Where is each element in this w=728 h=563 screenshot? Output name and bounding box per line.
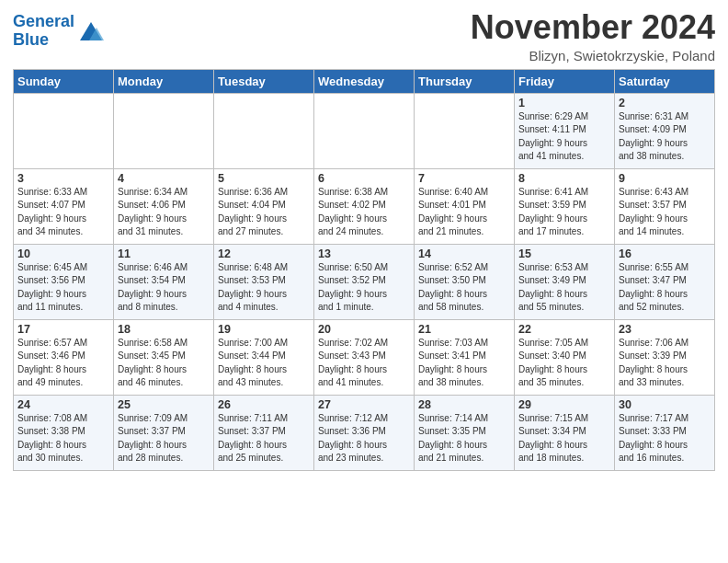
day-number: 14 — [418, 247, 510, 260]
day-number: 24 — [17, 398, 109, 411]
col-header-wednesday: Wednesday — [314, 69, 415, 93]
day-cell: 20Sunrise: 7:02 AM Sunset: 3:43 PM Dayli… — [314, 319, 415, 395]
day-info: Sunrise: 7:05 AM Sunset: 3:40 PM Dayligh… — [518, 337, 610, 390]
day-info: Sunrise: 6:33 AM Sunset: 4:07 PM Dayligh… — [17, 186, 109, 239]
day-cell — [314, 93, 415, 168]
day-number: 10 — [17, 247, 109, 260]
day-cell: 21Sunrise: 7:03 AM Sunset: 3:41 PM Dayli… — [415, 319, 515, 395]
day-number: 21 — [418, 323, 510, 336]
col-header-monday: Monday — [114, 69, 214, 93]
day-info: Sunrise: 6:41 AM Sunset: 3:59 PM Dayligh… — [518, 186, 610, 239]
day-number: 8 — [518, 172, 610, 185]
day-cell: 25Sunrise: 7:09 AM Sunset: 3:37 PM Dayli… — [114, 395, 214, 470]
day-info: Sunrise: 6:34 AM Sunset: 4:06 PM Dayligh… — [118, 186, 210, 239]
day-number: 30 — [619, 398, 711, 411]
day-cell — [14, 93, 114, 168]
page: General Blue November 2024 Blizyn, Swiet… — [0, 0, 728, 480]
day-number: 12 — [218, 247, 310, 260]
day-info: Sunrise: 7:08 AM Sunset: 3:38 PM Dayligh… — [17, 412, 109, 465]
day-number: 18 — [118, 323, 210, 336]
day-info: Sunrise: 6:31 AM Sunset: 4:09 PM Dayligh… — [619, 110, 711, 164]
col-header-friday: Friday — [515, 69, 615, 93]
col-header-thursday: Thursday — [415, 69, 515, 93]
day-cell: 30Sunrise: 7:17 AM Sunset: 3:33 PM Dayli… — [615, 395, 715, 470]
day-number: 3 — [17, 172, 109, 185]
day-number: 7 — [418, 172, 510, 185]
week-row-3: 10Sunrise: 6:45 AM Sunset: 3:56 PM Dayli… — [14, 244, 715, 319]
day-number: 29 — [518, 398, 610, 411]
day-number: 17 — [17, 323, 109, 336]
day-number: 27 — [318, 398, 410, 411]
day-number: 19 — [218, 323, 310, 336]
day-cell: 22Sunrise: 7:05 AM Sunset: 3:40 PM Dayli… — [515, 319, 615, 395]
day-cell: 26Sunrise: 7:11 AM Sunset: 3:37 PM Dayli… — [214, 395, 314, 470]
day-cell: 10Sunrise: 6:45 AM Sunset: 3:56 PM Dayli… — [14, 244, 114, 319]
day-cell: 7Sunrise: 6:40 AM Sunset: 4:01 PM Daylig… — [415, 168, 515, 244]
day-cell: 27Sunrise: 7:12 AM Sunset: 3:36 PM Dayli… — [314, 395, 415, 470]
day-info: Sunrise: 6:45 AM Sunset: 3:56 PM Dayligh… — [17, 261, 109, 315]
day-info: Sunrise: 7:17 AM Sunset: 3:33 PM Dayligh… — [619, 412, 711, 465]
day-cell: 15Sunrise: 6:53 AM Sunset: 3:49 PM Dayli… — [515, 244, 615, 319]
day-cell: 5Sunrise: 6:36 AM Sunset: 4:04 PM Daylig… — [214, 168, 314, 244]
day-cell: 28Sunrise: 7:14 AM Sunset: 3:35 PM Dayli… — [415, 395, 515, 470]
day-number: 26 — [218, 398, 310, 411]
day-info: Sunrise: 6:29 AM Sunset: 4:11 PM Dayligh… — [518, 110, 610, 164]
day-info: Sunrise: 6:52 AM Sunset: 3:50 PM Dayligh… — [418, 261, 510, 315]
col-header-tuesday: Tuesday — [214, 69, 314, 93]
logo: General Blue — [13, 13, 106, 50]
day-info: Sunrise: 7:11 AM Sunset: 3:37 PM Dayligh… — [218, 412, 310, 465]
location: Blizyn, Swietokrzyskie, Poland — [471, 48, 715, 63]
day-info: Sunrise: 7:00 AM Sunset: 3:44 PM Dayligh… — [218, 337, 310, 390]
day-number: 5 — [218, 172, 310, 185]
day-number: 2 — [619, 97, 711, 109]
day-info: Sunrise: 7:06 AM Sunset: 3:39 PM Dayligh… — [619, 337, 711, 390]
day-number: 6 — [318, 172, 410, 185]
day-number: 13 — [318, 247, 410, 260]
day-info: Sunrise: 6:53 AM Sunset: 3:49 PM Dayligh… — [518, 261, 610, 315]
title-block: November 2024 Blizyn, Swietokrzyskie, Po… — [471, 9, 715, 63]
day-info: Sunrise: 6:57 AM Sunset: 3:46 PM Dayligh… — [17, 337, 109, 390]
header: General Blue November 2024 Blizyn, Swiet… — [13, 9, 715, 63]
day-number: 25 — [118, 398, 210, 411]
day-info: Sunrise: 6:36 AM Sunset: 4:04 PM Dayligh… — [218, 186, 310, 239]
day-cell: 23Sunrise: 7:06 AM Sunset: 3:39 PM Dayli… — [615, 319, 715, 395]
day-number: 23 — [619, 323, 711, 336]
day-info: Sunrise: 7:09 AM Sunset: 3:37 PM Dayligh… — [118, 412, 210, 465]
day-cell — [214, 93, 314, 168]
week-row-2: 3Sunrise: 6:33 AM Sunset: 4:07 PM Daylig… — [14, 168, 715, 244]
day-cell: 2Sunrise: 6:31 AM Sunset: 4:09 PM Daylig… — [615, 93, 715, 168]
day-info: Sunrise: 6:38 AM Sunset: 4:02 PM Dayligh… — [318, 186, 410, 239]
day-info: Sunrise: 6:55 AM Sunset: 3:47 PM Dayligh… — [619, 261, 711, 315]
day-info: Sunrise: 7:15 AM Sunset: 3:34 PM Dayligh… — [518, 412, 610, 465]
day-number: 11 — [118, 247, 210, 260]
day-cell: 6Sunrise: 6:38 AM Sunset: 4:02 PM Daylig… — [314, 168, 415, 244]
day-cell: 8Sunrise: 6:41 AM Sunset: 3:59 PM Daylig… — [515, 168, 615, 244]
day-number: 28 — [418, 398, 510, 411]
day-cell: 13Sunrise: 6:50 AM Sunset: 3:52 PM Dayli… — [314, 244, 415, 319]
day-info: Sunrise: 6:46 AM Sunset: 3:54 PM Dayligh… — [118, 261, 210, 315]
logo-text: General — [13, 13, 74, 31]
day-cell: 14Sunrise: 6:52 AM Sunset: 3:50 PM Dayli… — [415, 244, 515, 319]
day-cell — [415, 93, 515, 168]
logo-blue: Blue — [13, 31, 74, 50]
month-title: November 2024 — [471, 9, 715, 46]
day-cell: 17Sunrise: 6:57 AM Sunset: 3:46 PM Dayli… — [14, 319, 114, 395]
day-cell: 16Sunrise: 6:55 AM Sunset: 3:47 PM Dayli… — [615, 244, 715, 319]
day-info: Sunrise: 7:14 AM Sunset: 3:35 PM Dayligh… — [418, 412, 510, 465]
day-number: 1 — [518, 97, 610, 109]
day-cell — [114, 93, 214, 168]
day-info: Sunrise: 6:40 AM Sunset: 4:01 PM Dayligh… — [418, 186, 510, 239]
day-cell: 29Sunrise: 7:15 AM Sunset: 3:34 PM Dayli… — [515, 395, 615, 470]
day-cell: 19Sunrise: 7:00 AM Sunset: 3:44 PM Dayli… — [214, 319, 314, 395]
logo-general: General — [13, 12, 74, 30]
day-info: Sunrise: 6:43 AM Sunset: 3:57 PM Dayligh… — [619, 186, 711, 239]
day-cell: 24Sunrise: 7:08 AM Sunset: 3:38 PM Dayli… — [14, 395, 114, 470]
week-row-5: 24Sunrise: 7:08 AM Sunset: 3:38 PM Dayli… — [14, 395, 715, 470]
logo-text-block: General Blue — [13, 13, 74, 50]
week-row-4: 17Sunrise: 6:57 AM Sunset: 3:46 PM Dayli… — [14, 319, 715, 395]
day-cell: 11Sunrise: 6:46 AM Sunset: 3:54 PM Dayli… — [114, 244, 214, 319]
logo-icon — [76, 18, 106, 44]
day-info: Sunrise: 6:58 AM Sunset: 3:45 PM Dayligh… — [118, 337, 210, 390]
day-number: 16 — [619, 247, 711, 260]
calendar-table: SundayMondayTuesdayWednesdayThursdayFrid… — [13, 69, 715, 471]
